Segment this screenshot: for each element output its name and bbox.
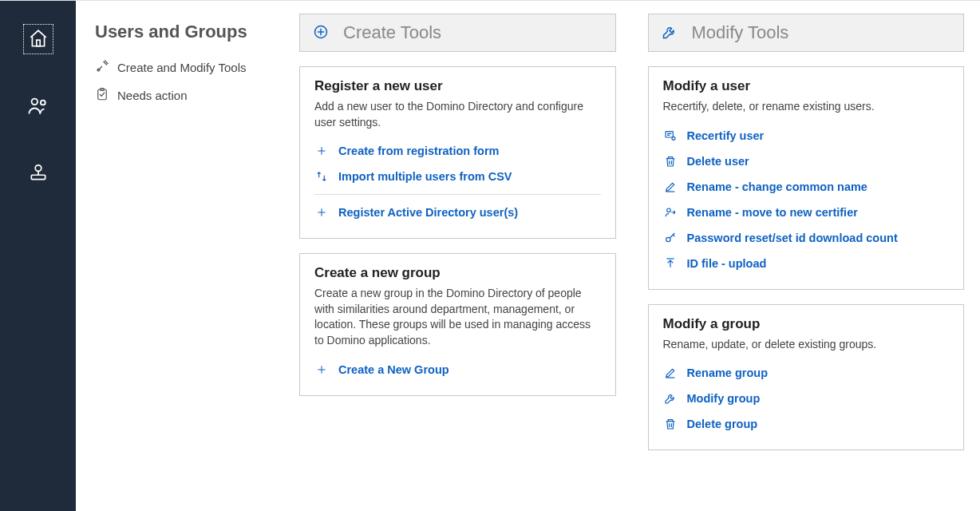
plus-circle-icon bbox=[313, 24, 329, 42]
trash-icon bbox=[663, 154, 678, 168]
action-label: Delete user bbox=[687, 155, 749, 168]
action-label: Rename group bbox=[687, 366, 769, 379]
action-rename-common[interactable]: Rename - change common name bbox=[663, 174, 950, 200]
card-desc: Create a new group in the Domino Directo… bbox=[314, 286, 601, 348]
nav-item-label: Create and Modify Tools bbox=[117, 61, 246, 74]
pencil-icon bbox=[663, 180, 678, 194]
create-group-card: Create a new group Create a new group in… bbox=[299, 253, 616, 395]
action-delete-group[interactable]: Delete group bbox=[663, 411, 950, 437]
register-user-card: Register a new user Add a new user to th… bbox=[299, 66, 616, 239]
home-icon bbox=[28, 28, 49, 51]
card-title: Modify a group bbox=[663, 316, 950, 332]
section-title: Users and Groups bbox=[95, 22, 269, 42]
modify-group-card: Modify a group Rename, update, or delete… bbox=[648, 304, 965, 451]
column-title: Modify Tools bbox=[692, 22, 789, 43]
people-icon bbox=[27, 94, 49, 119]
left-rail bbox=[0, 1, 76, 511]
action-import-csv[interactable]: Import multiple users from CSV bbox=[314, 164, 601, 189]
rail-home-button[interactable] bbox=[19, 20, 57, 58]
action-list: Recertify user Delete user Rename - chan… bbox=[663, 123, 950, 276]
action-delete-user[interactable]: Delete user bbox=[663, 149, 950, 174]
create-tools-header: Create Tools bbox=[299, 14, 616, 52]
action-rename-group[interactable]: Rename group bbox=[663, 360, 950, 386]
section-nav: Users and Groups Create and Modify Tools… bbox=[76, 1, 283, 511]
action-register-ad[interactable]: Register Active Directory user(s) bbox=[314, 200, 601, 225]
card-title: Register a new user bbox=[314, 78, 601, 94]
svg-rect-9 bbox=[666, 131, 673, 137]
pencil-icon bbox=[663, 366, 678, 380]
import-icon bbox=[314, 169, 329, 184]
column-title: Create Tools bbox=[343, 22, 441, 43]
modify-tools-header: Modify Tools bbox=[648, 14, 965, 52]
svg-point-12 bbox=[666, 237, 670, 241]
main-content: Create Tools Register a new user Add a n… bbox=[283, 1, 980, 511]
wrench-icon bbox=[663, 391, 678, 406]
app-root: Users and Groups Create and Modify Tools… bbox=[0, 0, 980, 511]
plus-icon bbox=[314, 205, 329, 220]
key-icon bbox=[663, 231, 678, 245]
separator bbox=[314, 194, 601, 195]
action-label: Delete group bbox=[687, 418, 758, 430]
svg-point-1 bbox=[31, 98, 37, 104]
nav-item-needs-action[interactable]: Needs action bbox=[95, 81, 269, 109]
action-password-reset[interactable]: Password reset/set id download count bbox=[663, 225, 950, 251]
plus-icon bbox=[314, 362, 329, 377]
user-move-icon bbox=[663, 205, 678, 220]
action-label: Rename - change common name bbox=[687, 180, 867, 193]
action-list: Create a New Group bbox=[314, 357, 601, 382]
action-label: ID file - upload bbox=[687, 257, 767, 270]
svg-rect-4 bbox=[31, 175, 45, 179]
svg-point-11 bbox=[666, 208, 670, 212]
tools-icon bbox=[95, 59, 109, 76]
action-list: Rename group Modify group Delete group bbox=[663, 360, 950, 437]
action-label: Import multiple users from CSV bbox=[338, 170, 512, 183]
action-label: Rename - move to new certifier bbox=[687, 206, 858, 219]
upload-icon bbox=[663, 256, 678, 271]
action-label: Modify group bbox=[687, 392, 761, 405]
card-title: Modify a user bbox=[663, 78, 950, 94]
svg-rect-0 bbox=[36, 40, 39, 46]
wrench-icon bbox=[662, 24, 678, 42]
card-title: Create a new group bbox=[314, 265, 601, 281]
svg-point-2 bbox=[40, 100, 45, 105]
rail-apps-button[interactable] bbox=[19, 154, 57, 192]
action-label: Create a New Group bbox=[338, 363, 449, 376]
server-icon bbox=[28, 162, 49, 185]
nav-item-label: Needs action bbox=[117, 89, 188, 102]
card-desc: Recertify, delete, or rename existing us… bbox=[663, 99, 950, 115]
nav-item-create-modify-tools[interactable]: Create and Modify Tools bbox=[95, 53, 269, 81]
action-label: Password reset/set id download count bbox=[687, 232, 898, 244]
trash-icon bbox=[663, 417, 678, 431]
certificate-icon bbox=[663, 129, 678, 143]
action-create-from-form[interactable]: Create from registration form bbox=[314, 138, 601, 164]
action-label: Recertify user bbox=[687, 129, 765, 142]
plus-icon bbox=[314, 144, 329, 158]
action-create-new-group[interactable]: Create a New Group bbox=[314, 357, 601, 382]
create-tools-column: Create Tools Register a new user Add a n… bbox=[299, 14, 616, 495]
rail-users-button[interactable] bbox=[19, 87, 57, 125]
action-label: Create from registration form bbox=[338, 145, 499, 157]
action-id-upload[interactable]: ID file - upload bbox=[663, 251, 950, 276]
action-recertify-user[interactable]: Recertify user bbox=[663, 123, 950, 149]
svg-point-10 bbox=[672, 137, 675, 140]
clipboard-icon bbox=[95, 87, 109, 104]
action-label: Register Active Directory user(s) bbox=[338, 206, 518, 219]
modify-tools-column: Modify Tools Modify a user Recertify, de… bbox=[648, 14, 965, 495]
card-desc: Rename, update, or delete existing group… bbox=[663, 337, 950, 353]
card-desc: Add a new user to the Domino Directory a… bbox=[314, 99, 601, 130]
svg-point-3 bbox=[35, 164, 41, 171]
action-list: Create from registration form Import mul… bbox=[314, 138, 601, 225]
action-rename-move[interactable]: Rename - move to new certifier bbox=[663, 200, 950, 225]
modify-user-card: Modify a user Recertify, delete, or rena… bbox=[648, 66, 965, 290]
action-modify-group[interactable]: Modify group bbox=[663, 386, 950, 411]
